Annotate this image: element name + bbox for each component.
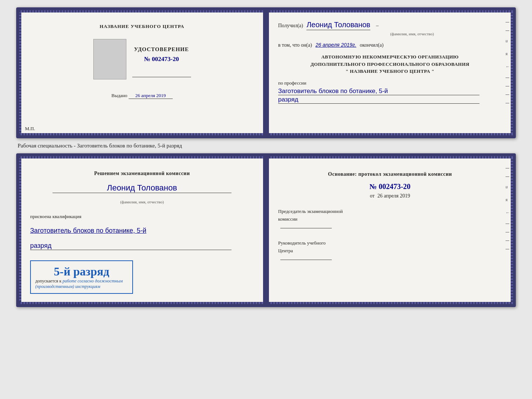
specialty-label: Рабочая специальность - Заготовитель бло…	[16, 143, 182, 149]
razryad2-value: разряд	[30, 242, 231, 250]
received-name: Леонид Толованов	[306, 21, 370, 30]
stamp-allowed: допускается к работе согласно должностны…	[35, 278, 128, 289]
dash2-1	[506, 168, 509, 168]
vtom-suffix: окончил(а)	[360, 42, 384, 48]
prisvoena-text: присвоена квалификация	[30, 214, 254, 220]
dash-5	[506, 95, 509, 95]
org-line3: " НАЗВАНИЕ УЧЕБНОГО ЦЕНТРА "	[278, 68, 502, 75]
document-book-2: Решением экзаменационной комиссии Леонид…	[16, 153, 516, 307]
org-line1: АВТОНОМНУЮ НЕКОММЕРЧЕСКУЮ ОРГАНИЗАЦИЮ	[278, 53, 502, 61]
received-prefix: Получил(а)	[278, 23, 303, 28]
doc2-page-left: Решением экзаменационной комиссии Леонид…	[19, 156, 265, 304]
training-center-title: НАЗВАНИЕ УЧЕБНОГО ЦЕНТРА	[100, 24, 184, 29]
protocol-date-value: 26 апреля 2019	[377, 193, 410, 199]
osnov-text: Основание: протокол экзаменационной коми…	[278, 170, 502, 178]
mark2-i: и	[506, 184, 510, 190]
qualification-value: Заготовитель блоков по ботанике, 5-й	[30, 227, 231, 235]
protocol-number: № 002473-20	[278, 182, 502, 191]
vtom-line: в том, что он(а) 26 апреля 2019г. окончи…	[278, 42, 502, 48]
commission-text: Решением экзаменационной комиссии	[30, 170, 254, 177]
vtom-prefix: в том, что он(а)	[278, 42, 312, 48]
doc1-page-left: НАЗВАНИЕ УЧЕБНОГО ЦЕНТРА УДОСТОВЕРЕНИЕ №…	[19, 10, 265, 135]
photo-placeholder	[93, 39, 126, 79]
mark-ya: я	[506, 51, 510, 57]
fio-caption-2: (фамилия, имя, отчество)	[30, 200, 254, 204]
dash2-2	[506, 177, 509, 177]
doc1-page-right: Получил(а) Леонид Толованов – (фамилия, …	[265, 10, 513, 135]
dash-1	[506, 22, 509, 22]
issued-date: 26 апреля 2019	[129, 93, 173, 99]
dash2-6	[506, 249, 509, 249]
issued-prefix: Выдано	[111, 93, 127, 98]
protocol-date-prefix: от	[370, 193, 375, 199]
person-name-large: Леонид Толованов	[53, 183, 231, 193]
document-wrapper: НАЗВАНИЕ УЧЕБНОГО ЦЕНТРА УДОСТОВЕРЕНИЕ №…	[16, 7, 516, 307]
dash2-4	[506, 232, 509, 232]
cert-number: № 002473-20	[144, 56, 179, 63]
doc2-page-right: Основание: протокол экзаменационной коми…	[265, 156, 513, 304]
head-label1: Руководитель учебного	[278, 239, 502, 247]
mp-label: М.П.	[25, 126, 35, 132]
stamp-grade: 5-й разряд	[35, 265, 128, 278]
cert-label: УДОСТОВЕРЕНИЕ	[134, 46, 189, 53]
fio-caption-1: (фамилия, имя, отчество)	[322, 32, 502, 36]
received-line: Получил(а) Леонид Толованов –	[278, 21, 502, 30]
head-signature-line	[280, 260, 332, 260]
right-side-marks-1: и я ←	[506, 21, 510, 103]
document-book-1: НАЗВАНИЕ УЧЕБНОГО ЦЕНТРА УДОСТОВЕРЕНИЕ №…	[16, 7, 516, 138]
vtom-date: 26 апреля 2019г.	[316, 42, 356, 48]
sign-block-head: Руководитель учебного Центра	[278, 239, 502, 262]
dash2-3	[506, 224, 509, 224]
right-side-marks-2: и я ←	[506, 167, 510, 249]
dash-6	[506, 103, 509, 103]
dash-2	[506, 31, 509, 31]
org-block: АВТОНОМНУЮ НЕКОММЕРЧЕСКУЮ ОРГАНИЗАЦИЮ ДО…	[278, 53, 502, 75]
org-line2: ДОПОЛНИТЕЛЬНОГО ПРОФЕССИОНАЛЬНОГО ОБРАЗО…	[278, 61, 502, 68]
dash-4	[506, 86, 509, 86]
mark-arrow: ←	[506, 64, 510, 70]
issued-line: Выдано 26 апреля 2019	[111, 93, 173, 99]
mark-i: и	[506, 38, 510, 44]
razryad-value-1: разряд	[278, 96, 479, 104]
profession-value: Заготовитель блоков по ботанике, 5-й	[278, 88, 479, 95]
head-label2: Центра	[278, 247, 502, 255]
profession-label: по профессии	[278, 80, 502, 86]
stamp-box: 5-й разряд допускается к работе согласно…	[30, 260, 133, 294]
chairman-label1: Председатель экзаменационной	[278, 208, 502, 215]
sign-block-chairman: Председатель экзаменационной комиссии	[278, 208, 502, 231]
mark2-ya: я	[506, 197, 510, 203]
stamp-allowed-prefix: допускается к	[35, 278, 61, 284]
chairman-label2: комиссии	[278, 215, 502, 223]
protocol-date: от 26 апреля 2019	[278, 193, 502, 199]
chairman-signature-line	[280, 228, 332, 228]
mark2-arrow: ←	[506, 210, 510, 215]
dash2-5	[506, 241, 509, 241]
dash-3	[506, 78, 509, 78]
